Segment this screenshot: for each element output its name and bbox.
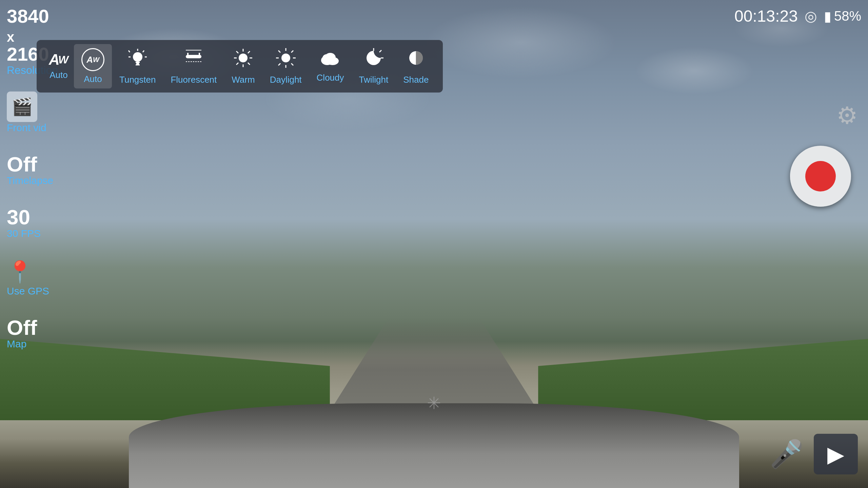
wb-warm-icon [233,47,254,72]
settings-button[interactable]: ⚙ [836,102,858,129]
gps-status-icon: ◎ [805,8,817,24]
svg-line-28 [278,50,280,53]
sidebar-map[interactable]: Off Map [7,317,53,350]
wb-item-warm[interactable]: Warm [224,43,262,89]
mercedes-logo: ✳ [424,393,444,413]
wb-fluorescent-label: Fluorescent [171,75,217,85]
sidebar-gps[interactable]: 📍 Use GPS [7,260,53,297]
battery-icon: ▮ [824,8,831,24]
wb-auto-icon: AW [81,48,104,71]
wb-daylight-label: Daylight [270,75,302,85]
svg-rect-2 [136,63,139,64]
wb-warm-label: Warm [232,75,255,85]
timer: 00:13:23 [734,7,798,25]
left-sidebar: 🎬 Front vid Off Timelapse 30 30 FPS 📍 Us… [0,81,60,360]
wb-toolbar: AW Auto AW Auto Tungsten [37,40,443,93]
wb-item-shade[interactable]: Shade [396,43,436,89]
status-bar: 00:13:23 ◎ ▮ 58% [734,7,861,25]
wb-tungsten-icon [127,47,148,72]
wb-twilight-icon [363,47,384,72]
sidebar-scene[interactable]: 🎬 Front vid [7,92,53,134]
svg-line-20 [248,63,250,65]
gallery-button[interactable]: ▶ [814,434,858,474]
sidebar-fps[interactable]: 30 30 FPS [7,207,53,239]
svg-line-22 [236,63,238,65]
wb-fluorescent-icon [183,47,204,72]
ground-right [538,285,868,420]
car-hood [129,403,739,488]
fps-label: 30 FPS [7,228,41,239]
svg-rect-3 [136,64,140,65]
res-width: 3840 [7,5,49,27]
map-label: Map [7,338,26,350]
record-dot [805,161,836,191]
svg-point-23 [281,54,290,62]
timelapse-value: Off [7,154,37,175]
wb-shade-icon [406,47,427,72]
wb-item-tungsten[interactable]: Tungsten [112,43,163,89]
battery-pct: 58% [834,8,861,24]
wb-cloudy-icon [320,49,341,70]
wb-aw-icon: AW [49,52,68,67]
wb-auto-outer-label: Auto [50,70,68,80]
fps-value: 30 [7,207,30,228]
battery-display: ▮ 58% [824,8,861,24]
svg-rect-10 [187,53,189,56]
film-clapper-icon: 🎬 [7,92,37,122]
wb-item-twilight[interactable]: Twilight [352,43,396,89]
wb-cloudy-label: Cloudy [317,73,344,83]
svg-line-30 [291,50,293,53]
gallery-icon: ▶ [827,442,844,467]
wb-daylight-icon [275,47,296,72]
bottom-right-controls: 🎤 ▶ [770,434,858,474]
gps-pin-icon: 📍 [7,260,33,284]
svg-line-19 [236,51,238,53]
wb-item-cloudy[interactable]: Cloudy [309,45,352,87]
res-x: x [7,29,14,44]
gps-label: Use GPS [7,285,49,297]
wb-twilight-label: Twilight [359,75,389,85]
record-button[interactable] [790,146,851,207]
svg-line-21 [248,51,250,53]
timelapse-label: Timelapse [7,175,53,186]
wb-tungsten-label: Tungsten [119,75,156,85]
svg-line-7 [129,50,130,52]
svg-rect-11 [199,53,200,56]
microphone-button[interactable]: 🎤 [770,438,804,470]
svg-line-37 [379,50,381,52]
svg-line-5 [143,50,144,52]
svg-line-31 [278,63,280,65]
svg-rect-1 [136,62,140,63]
wb-auto-label: Auto [84,74,102,84]
wb-item-daylight[interactable]: Daylight [262,43,309,89]
sidebar-timelapse[interactable]: Off Timelapse [7,154,53,186]
wb-item-fluorescent[interactable]: Fluorescent [163,43,224,89]
right-controls: ⚙ [836,102,858,129]
scene-label: Front vid [7,122,46,134]
svg-point-14 [239,54,248,62]
map-value: Off [7,317,37,338]
wb-item-auto-outer[interactable]: AW Auto [43,48,74,84]
wb-shade-label: Shade [403,75,429,85]
svg-point-0 [133,52,142,62]
wb-item-auto[interactable]: AW Auto [74,44,112,88]
svg-point-35 [322,54,331,62]
svg-line-29 [291,63,293,65]
